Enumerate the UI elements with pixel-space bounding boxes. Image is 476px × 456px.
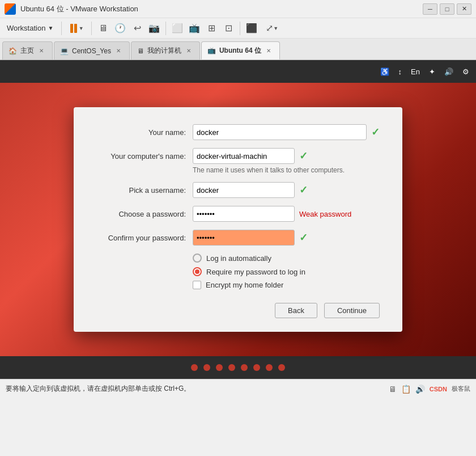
terminal-button[interactable]: ⬛: [244, 20, 260, 36]
arrows-indicator[interactable]: ↕: [396, 66, 405, 77]
computer-name-input[interactable]: [193, 148, 295, 164]
tab-ubuntu-close[interactable]: ✕: [265, 47, 273, 54]
pause-button[interactable]: ▼: [65, 20, 88, 36]
progress-dot-2: [203, 364, 210, 371]
language-label: En: [411, 67, 420, 76]
fullscreen-button[interactable]: 📺: [186, 20, 202, 36]
confirm-password-row: Confirm your password: ✓: [96, 230, 380, 246]
status-text: 要将输入定向到该虚拟机，请在虚拟机内部单击或按 Ctrl+G。: [6, 384, 384, 394]
minimize-button[interactable]: ─: [423, 3, 437, 15]
progress-dots: [0, 356, 476, 379]
tab-mypc-icon: 🖥: [137, 47, 144, 55]
name-label: Your name:: [96, 128, 193, 137]
ubuntu-top-bar: ♿ ↕ En ✦ 🔊 ⚙: [0, 60, 476, 83]
status-author-label: 极客鼠: [452, 385, 470, 393]
auto-login-label: Log in automatically: [206, 254, 271, 263]
pause-bar-2: [74, 24, 77, 33]
password-row: Choose a password: Weak password: [96, 206, 380, 222]
name-check-icon: ✓: [371, 126, 380, 138]
require-password-label: Require my password to log in: [206, 268, 305, 276]
close-button[interactable]: ✕: [457, 3, 471, 15]
tab-mypc-close[interactable]: ✕: [185, 47, 193, 55]
username-check-icon: ✓: [299, 184, 308, 196]
computer-name-label: Your computer's name:: [96, 152, 193, 161]
status-vm-icon[interactable]: 📋: [401, 385, 411, 394]
back-button[interactable]: Back: [275, 303, 317, 318]
progress-dot-8: [278, 364, 285, 371]
name-row: Your name: ✓: [96, 124, 380, 140]
login-options-group: Log in automatically Require my password…: [193, 254, 380, 289]
revert-button[interactable]: ↩: [129, 20, 145, 36]
dialog-footer: Back Continue: [96, 303, 380, 318]
tab-mypc[interactable]: 🖥 我的计算机 ✕: [131, 41, 200, 60]
maximize-button[interactable]: □: [440, 3, 454, 15]
tab-ubuntu-label: Ubuntu 64 位: [219, 46, 261, 56]
weak-password-label: Weak password: [299, 210, 351, 218]
progress-dot-1: [191, 364, 198, 371]
tab-home[interactable]: 🏠 主页 ✕: [2, 41, 53, 60]
window-controls: ─ □ ✕: [423, 3, 471, 15]
title-bar: Ubuntu 64 位 - VMware Workstation ─ □ ✕: [0, 0, 476, 18]
password-input[interactable]: [193, 206, 295, 222]
snapshot2-button[interactable]: 📷: [146, 20, 162, 36]
username-input[interactable]: [193, 182, 295, 198]
confirm-check-icon: ✓: [299, 231, 308, 244]
status-csdn-label: CSDN: [430, 386, 447, 392]
auto-login-row: Log in automatically: [193, 254, 380, 263]
ubuntu-desktop[interactable]: Your name: ✓ Your computer's name: ✓ The…: [0, 83, 476, 356]
bluetooth-indicator[interactable]: ✦: [427, 66, 437, 77]
vm-area: ♿ ↕ En ✦ 🔊 ⚙ Your name: ✓ You: [0, 60, 476, 379]
accessibility-indicator[interactable]: ♿: [378, 66, 392, 77]
status-network-icon[interactable]: 🖥: [389, 385, 397, 394]
tab-centos-close[interactable]: ✕: [114, 47, 122, 55]
pause-bar-1: [70, 24, 73, 33]
tab-home-icon: 🏠: [8, 47, 17, 55]
status-volume-icon[interactable]: 🔊: [415, 385, 425, 394]
status-icons: 🖥 📋 🔊 CSDN 极客鼠: [389, 385, 470, 394]
menu-bar: Workstation ▼ ▼ 🖥 🕐 ↩ 📷 ⬜ 📺 ⊞ ⊡ ⬛ ⤢▼: [0, 18, 476, 39]
unity-button[interactable]: ⊞: [203, 20, 219, 36]
encrypt-folder-row: Encrypt my home folder: [193, 281, 380, 289]
language-indicator[interactable]: En: [409, 66, 422, 77]
workstation-label: Workstation: [7, 24, 45, 32]
tab-centos[interactable]: 💻 CentOS_Yes ✕: [54, 41, 130, 60]
send-ctrlaltdel-button[interactable]: 🖥: [95, 20, 111, 36]
progress-dot-3: [216, 364, 223, 371]
snapshot-button[interactable]: 🕐: [112, 20, 128, 36]
menu-separator-2: [91, 22, 92, 35]
accessibility-icon: ♿: [380, 67, 389, 76]
menu-separator-4: [240, 22, 240, 35]
confirm-label: Confirm your password:: [96, 234, 193, 242]
window-title: Ubuntu 64 位 - VMware Workstation: [20, 4, 423, 14]
pause-dropdown-icon: ▼: [79, 26, 84, 31]
view-button[interactable]: ⬜: [169, 20, 185, 36]
vmware-app-icon: [5, 3, 16, 15]
require-password-radio[interactable]: [193, 267, 202, 276]
name-input[interactable]: [193, 124, 367, 140]
progress-dot-5: [241, 364, 248, 371]
bluetooth-icon: ✦: [429, 67, 435, 76]
confirm-password-input[interactable]: [193, 230, 295, 246]
encrypt-folder-checkbox[interactable]: [193, 281, 201, 289]
auto-login-radio[interactable]: [193, 254, 202, 263]
tab-centos-label: CentOS_Yes: [72, 47, 111, 55]
username-label: Pick a username:: [96, 186, 193, 195]
tab-ubuntu-icon: 📺: [207, 47, 216, 54]
username-row: Pick a username: ✓: [96, 182, 380, 198]
settings-icon: ⚙: [462, 67, 469, 76]
computer-name-check-icon: ✓: [299, 150, 308, 162]
progress-dot-4: [228, 364, 235, 371]
expand-button[interactable]: ⤢▼: [261, 20, 283, 36]
workstation-menu[interactable]: Workstation ▼: [2, 22, 58, 35]
computer-name-row: Your computer's name: ✓: [96, 148, 380, 164]
tab-ubuntu[interactable]: 📺 Ubuntu 64 位 ✕: [201, 41, 280, 60]
install-dialog: Your name: ✓ Your computer's name: ✓ The…: [74, 107, 402, 332]
continue-button[interactable]: Continue: [324, 303, 380, 318]
autofit-button[interactable]: ⊡: [220, 20, 236, 36]
tab-centos-icon: 💻: [60, 47, 69, 55]
password-label: Choose a password:: [96, 210, 193, 218]
settings-indicator[interactable]: ⚙: [460, 66, 471, 77]
volume-indicator[interactable]: 🔊: [442, 66, 456, 77]
tab-home-close[interactable]: ✕: [37, 47, 45, 55]
workstation-dropdown-icon: ▼: [48, 25, 53, 31]
